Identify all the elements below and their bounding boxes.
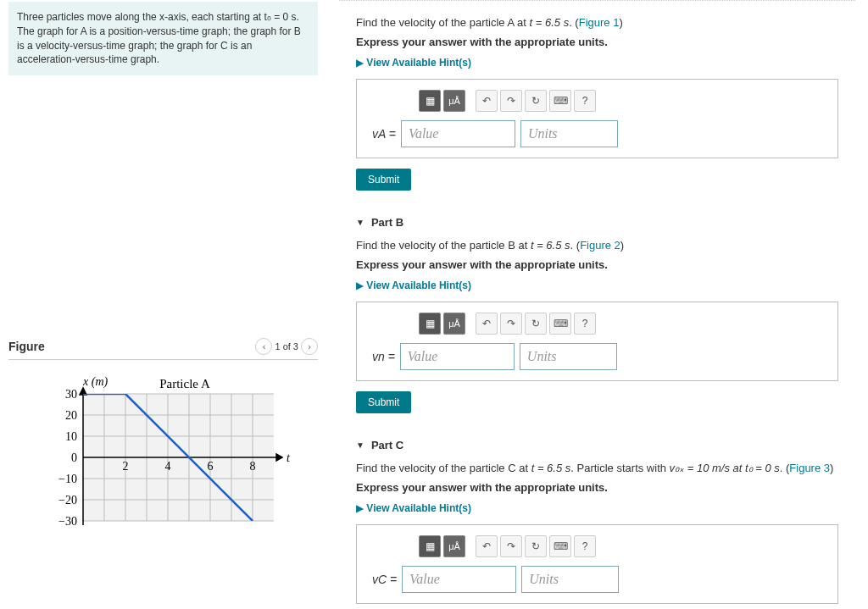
- part-a-instruction: Express your answer with the appropriate…: [356, 36, 838, 48]
- chart-particle-a: 302010 0−10−20−30 2468 x (m) Particle A …: [36, 373, 291, 542]
- tool-special-chars-icon[interactable]: μÅ: [443, 313, 465, 335]
- part-c-title: Part C: [371, 439, 403, 451]
- units-input-b[interactable]: Units: [520, 343, 617, 370]
- tool-templates-icon[interactable]: ▦: [419, 535, 441, 557]
- redo-icon[interactable]: ↷: [500, 90, 522, 112]
- keyboard-icon[interactable]: ⌨: [549, 313, 571, 335]
- hints-toggle-c[interactable]: ▶ View Available Hint(s): [356, 502, 838, 514]
- help-icon[interactable]: ?: [574, 535, 596, 557]
- svg-marker-17: [276, 454, 282, 461]
- figure-section: Figure ‹ 1 of 3 ›: [0, 338, 326, 542]
- svg-text:30: 30: [65, 388, 77, 401]
- part-c: ▼Part C Find the velocity of the particl…: [339, 430, 855, 609]
- svg-marker-19: [80, 388, 86, 395]
- units-input-a[interactable]: Units: [520, 120, 618, 147]
- svg-text:2: 2: [122, 460, 128, 473]
- part-a-prompt: Find the velocity of the particle A at t…: [356, 16, 838, 29]
- help-icon[interactable]: ?: [574, 313, 596, 335]
- help-icon[interactable]: ?: [574, 90, 596, 112]
- tool-special-chars-icon[interactable]: μÅ: [443, 535, 465, 557]
- keyboard-icon[interactable]: ⌨: [549, 90, 571, 112]
- svg-text:−30: −30: [58, 515, 77, 528]
- figure-nav: ‹ 1 of 3 ›: [255, 338, 318, 355]
- svg-text:6: 6: [207, 460, 213, 473]
- part-c-instruction: Express your answer with the appropriate…: [356, 481, 838, 494]
- redo-icon[interactable]: ↷: [500, 535, 522, 557]
- submit-button-b[interactable]: Submit: [356, 391, 411, 413]
- toolbar-b: ▦ μÅ ↶ ↷ ↻ ⌨ ?: [419, 313, 822, 335]
- tool-templates-icon[interactable]: ▦: [419, 313, 441, 335]
- figure-prev-button[interactable]: ‹: [255, 338, 272, 355]
- reset-icon[interactable]: ↻: [525, 535, 547, 557]
- collapse-caret-c[interactable]: ▼: [356, 440, 364, 450]
- figure-link-2[interactable]: Figure 2: [580, 239, 620, 252]
- var-label-a: vA =: [372, 127, 396, 141]
- value-input-c[interactable]: Value: [402, 566, 516, 593]
- value-input-b[interactable]: Value: [400, 343, 515, 370]
- tool-templates-icon[interactable]: ▦: [419, 90, 441, 112]
- part-a: Find the velocity of the particle A at t…: [339, 8, 855, 199]
- svg-text:4: 4: [164, 460, 170, 473]
- units-input-c[interactable]: Units: [521, 566, 619, 593]
- part-c-prompt: Find the velocity of the particle C at t…: [356, 462, 838, 474]
- toolbar-a: ▦ μÅ ↶ ↷ ↻ ⌨ ?: [419, 90, 822, 112]
- svg-text:0: 0: [71, 451, 77, 464]
- submit-button-a[interactable]: Submit: [356, 169, 411, 191]
- problem-statement: Three particles move along the x-axis, e…: [8, 2, 318, 75]
- svg-text:−20: −20: [58, 494, 77, 507]
- svg-text:x (m): x (m): [82, 375, 108, 389]
- undo-icon[interactable]: ↶: [476, 313, 498, 335]
- figure-link-3[interactable]: Figure 3: [789, 462, 830, 474]
- redo-icon[interactable]: ↷: [500, 313, 522, 335]
- hints-toggle-a[interactable]: ▶ View Available Hint(s): [356, 57, 838, 69]
- answer-box-a: ▦ μÅ ↶ ↷ ↻ ⌨ ? vA = Value Units: [356, 79, 838, 158]
- svg-text:10: 10: [65, 430, 77, 443]
- svg-text:t (s): t (s): [287, 451, 291, 465]
- answer-box-b: ▦ μÅ ↶ ↷ ↻ ⌨ ? vn = Value Units: [356, 302, 838, 381]
- figure-nav-text: 1 of 3: [275, 341, 298, 352]
- answer-box-c: ▦ μÅ ↶ ↷ ↻ ⌨ ? vC = Value Units: [356, 524, 838, 604]
- part-b-prompt: Find the velocity of the particle B at t…: [356, 239, 838, 252]
- hints-toggle-b[interactable]: ▶ View Available Hint(s): [356, 280, 838, 291]
- reset-icon[interactable]: ↻: [525, 90, 547, 112]
- svg-text:8: 8: [249, 460, 255, 473]
- svg-text:−10: −10: [58, 473, 77, 485]
- tool-special-chars-icon[interactable]: μÅ: [443, 90, 465, 112]
- svg-text:20: 20: [65, 409, 77, 422]
- svg-text:Particle A: Particle A: [159, 377, 210, 390]
- part-b-instruction: Express your answer with the appropriate…: [356, 258, 838, 271]
- collapse-caret-b[interactable]: ▼: [356, 218, 364, 227]
- undo-icon[interactable]: ↶: [476, 535, 498, 557]
- var-label-b: vn =: [372, 350, 395, 363]
- part-b: ▼Part B Find the velocity of the particl…: [339, 208, 855, 422]
- value-input-a[interactable]: Value: [401, 120, 515, 147]
- figure-title: Figure: [8, 340, 45, 353]
- keyboard-icon[interactable]: ⌨: [549, 535, 571, 557]
- part-b-title: Part B: [371, 216, 403, 229]
- undo-icon[interactable]: ↶: [476, 90, 498, 112]
- var-label-c: vC =: [372, 573, 397, 586]
- toolbar-c: ▦ μÅ ↶ ↷ ↻ ⌨ ?: [419, 535, 822, 557]
- figure-next-button[interactable]: ›: [301, 338, 318, 355]
- reset-icon[interactable]: ↻: [525, 313, 547, 335]
- figure-link-1[interactable]: Figure 1: [579, 16, 620, 29]
